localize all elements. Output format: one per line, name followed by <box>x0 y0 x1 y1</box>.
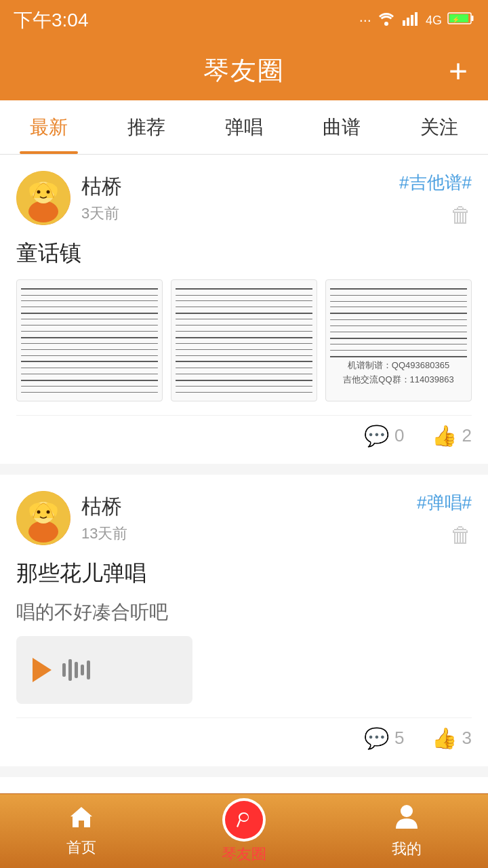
svg-point-13 <box>47 191 50 194</box>
svg-point-0 <box>384 22 388 26</box>
tab-follow[interactable]: 关注 <box>390 100 488 154</box>
svg-rect-2 <box>407 18 409 26</box>
tabs-bar: 最新 推荐 弹唱 曲谱 关注 <box>0 100 488 155</box>
post-title-1: 童话镇 <box>16 239 472 269</box>
nav-circle-icon <box>222 798 266 842</box>
like-icon-1: 👍 <box>432 424 457 448</box>
tab-play-sing[interactable]: 弹唱 <box>195 100 293 154</box>
like-action-2[interactable]: 👍 3 <box>432 726 472 750</box>
header-title: 琴友圈 <box>203 54 285 88</box>
tab-latest[interactable]: 最新 <box>0 100 98 154</box>
svg-rect-1 <box>403 20 405 26</box>
sheet-img-1[interactable] <box>16 279 163 401</box>
post-footer-2: 💬 5 👍 3 <box>16 717 472 750</box>
network-label: 4G <box>426 14 442 28</box>
post-card-2: 枯桥 13天前 #弹唱# 🗑 那些花儿弹唱 唱的不好凑合听吧 <box>0 475 488 766</box>
post-desc-2: 唱的不好凑合听吧 <box>16 599 472 625</box>
wave-4 <box>81 665 84 675</box>
post-header-2: 枯桥 13天前 #弹唱# 🗑 <box>16 491 472 548</box>
svg-text:⚡: ⚡ <box>452 16 460 24</box>
svg-point-10 <box>28 201 58 222</box>
delete-icon-2[interactable]: 🗑 <box>450 523 472 548</box>
home-icon <box>68 804 95 835</box>
signal-icon <box>401 11 420 30</box>
tab-recommended[interactable]: 推荐 <box>98 100 195 154</box>
sheet-img-2[interactable] <box>171 279 317 401</box>
dots-icon: ··· <box>359 12 371 29</box>
nav-home[interactable]: 首页 <box>0 804 163 858</box>
add-button[interactable]: + <box>449 52 468 90</box>
post-tag-1[interactable]: #吉他谱# <box>399 171 472 195</box>
feed: 枯桥 3天前 #吉他谱# 🗑 童话镇 <box>0 155 488 868</box>
comment-icon-1: 💬 <box>364 424 389 448</box>
nav-circle[interactable]: 琴友圈 <box>163 798 325 865</box>
post-time-2: 13天前 <box>81 524 127 544</box>
wave-3 <box>75 662 78 678</box>
bottom-nav: 首页 琴友圈 我的 <box>0 793 488 868</box>
header: 琴友圈 + <box>0 41 488 100</box>
post-username-1: 枯桥 <box>81 173 122 201</box>
wave-1 <box>62 663 66 677</box>
post-username-2: 枯桥 <box>81 493 127 521</box>
svg-rect-6 <box>472 16 474 21</box>
post-header-1: 枯桥 3天前 #吉他谱# 🗑 <box>16 171 472 228</box>
wifi-icon <box>377 11 396 30</box>
svg-rect-3 <box>411 15 413 26</box>
person-icon <box>394 803 419 836</box>
battery-icon: ⚡ <box>447 12 474 29</box>
svg-point-18 <box>47 511 50 514</box>
svg-point-12 <box>37 191 41 194</box>
tab-score[interactable]: 曲谱 <box>293 100 390 154</box>
nav-circle-label: 琴友圈 <box>222 844 266 865</box>
sheet-images-1: 机谱制谱：QQ493680365 吉他交流QQ群：114039863 <box>16 279 472 401</box>
avatar-2[interactable] <box>16 491 70 545</box>
delete-icon-1[interactable]: 🗑 <box>450 203 472 228</box>
svg-point-24 <box>401 805 413 817</box>
comment-icon-2: 💬 <box>364 726 389 750</box>
wave-2 <box>68 659 72 681</box>
sound-waves-2 <box>62 659 90 681</box>
status-icons: ··· 4G ⚡ <box>359 11 474 30</box>
like-action-1[interactable]: 👍 2 <box>432 424 472 448</box>
avatar-1[interactable] <box>16 171 70 225</box>
like-icon-2: 👍 <box>432 726 457 750</box>
comment-action-2[interactable]: 💬 5 <box>364 726 404 750</box>
audio-player-2[interactable] <box>16 636 192 704</box>
post-tag-2[interactable]: #弹唱# <box>417 491 472 515</box>
comment-action-1[interactable]: 💬 0 <box>364 424 404 448</box>
post-card-1: 枯桥 3天前 #吉他谱# 🗑 童话镇 <box>0 155 488 464</box>
play-button-2[interactable] <box>33 658 52 682</box>
post-time-1: 3天前 <box>81 203 122 224</box>
status-time: 下午3:04 <box>14 7 89 33</box>
sheet-watermark: 机谱制谱：QQ493680365 吉他交流QQ群：114039863 <box>326 359 471 387</box>
wave-5 <box>87 660 90 679</box>
svg-point-17 <box>37 511 41 514</box>
sheet-img-3[interactable]: 机谱制谱：QQ493680365 吉他交流QQ群：114039863 <box>325 279 472 401</box>
nav-home-label: 首页 <box>66 837 96 858</box>
svg-point-15 <box>28 521 58 542</box>
nav-profile-label: 我的 <box>392 839 422 859</box>
post-footer-1: 💬 0 👍 2 <box>16 415 472 448</box>
status-bar: 下午3:04 ··· 4G ⚡ <box>0 0 488 41</box>
post-title-2: 那些花儿弹唱 <box>16 559 472 589</box>
svg-rect-4 <box>415 12 418 26</box>
nav-profile[interactable]: 我的 <box>325 803 488 859</box>
